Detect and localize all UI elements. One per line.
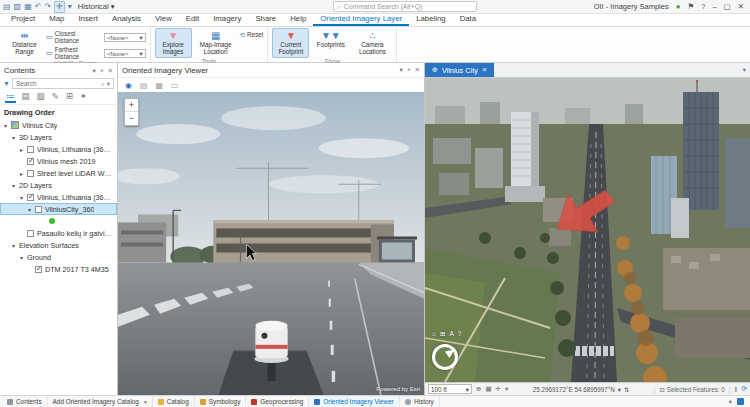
snapping-icon[interactable]: ✛	[496, 385, 501, 393]
ribbon-tab[interactable]: Oriented Imagery Layer	[313, 13, 409, 26]
contents-search-input[interactable]	[16, 80, 99, 87]
tab-snapping[interactable]: ✦	[79, 91, 88, 103]
tab-drawing-order[interactable]: ≔	[5, 91, 16, 103]
tree-item[interactable]: Vilnius, Lithuania (360 Images)	[0, 143, 117, 155]
camera-locations-button[interactable]: ∴ Camera Locations	[352, 28, 392, 58]
ribbon-tab[interactable]: Analysis	[105, 13, 148, 26]
tab-editing[interactable]: ✎	[51, 91, 60, 103]
ribbon-tab[interactable]: Share	[248, 13, 283, 26]
status-bar-item[interactable]: Catalog	[153, 396, 195, 407]
panel-menu-chevron-icon[interactable]: ▾	[93, 67, 96, 75]
ribbon-tab[interactable]: Help	[283, 13, 313, 26]
grid-icon[interactable]: ▦	[485, 385, 491, 393]
tree-item[interactable]: 2D Layers	[0, 179, 117, 191]
layer-checkbox[interactable]	[27, 230, 34, 237]
layer-checkbox[interactable]	[35, 206, 42, 213]
nav-home-icon[interactable]: ⌂	[432, 330, 436, 338]
filter-icon[interactable]: ▼	[3, 80, 10, 87]
tree-item[interactable]	[0, 215, 117, 227]
panel-close-icon[interactable]: ✕	[108, 67, 113, 75]
help-icon[interactable]: ?	[701, 2, 705, 11]
minimize-button[interactable]: –	[712, 2, 716, 11]
tree-item[interactable]: Pasaulio kelių ir gatvių žemėlapis	[0, 227, 117, 239]
layer-checkbox[interactable]	[27, 146, 34, 153]
status-bar-item[interactable]: Contents	[2, 396, 48, 407]
redo-icon[interactable]: ↷	[44, 2, 51, 12]
expander-icon[interactable]	[20, 146, 27, 153]
ribbon-tab[interactable]: Labeling	[409, 13, 452, 26]
layer-checkbox[interactable]	[27, 194, 34, 201]
reset-button[interactable]: ⟲ Reset	[240, 28, 264, 38]
sign-in-status-icon[interactable]: ●	[676, 2, 681, 11]
notifications-icon[interactable]: ⚑	[688, 2, 695, 11]
scene-viewport[interactable]: ⌂ ⊞ A ?	[425, 78, 750, 382]
expander-icon[interactable]	[20, 194, 27, 201]
expander-icon[interactable]	[28, 206, 35, 213]
tab-selection[interactable]: ▧	[36, 91, 46, 103]
tab-vilnius-city[interactable]: ⊕ Vilnius City ✕	[425, 63, 494, 77]
status-bar-item[interactable]: Symbology	[195, 396, 247, 407]
image-enhancement-icon[interactable]: ▤	[140, 81, 148, 90]
overlay-grid-icon[interactable]: ▦	[156, 81, 164, 90]
panel-menu-chevron-icon[interactable]: ▾	[400, 66, 403, 74]
undo-icon[interactable]: ↶	[35, 2, 42, 12]
tree-item[interactable]: Ground	[0, 251, 117, 263]
explore-tool-icon[interactable]: ✛	[54, 1, 65, 13]
explore-images-button[interactable]: ▼ Explore Images	[155, 28, 192, 58]
open-project-icon[interactable]: ▧	[14, 2, 22, 12]
ribbon-tab[interactable]: Insert	[71, 13, 105, 26]
swap-axes-icon[interactable]: ⇅	[624, 386, 629, 393]
panorama-viewport[interactable]: + − Powered by Esri	[118, 92, 424, 395]
status-bar-item[interactable]: Oriented Imagery Viewer	[309, 396, 400, 407]
pause-drawing-icon[interactable]: ‖	[734, 386, 737, 393]
save-project-icon[interactable]: ▦	[24, 2, 32, 12]
nav-label-icon[interactable]: A	[449, 330, 453, 338]
panel-pin-icon[interactable]: ⌖	[100, 67, 104, 75]
tree-item[interactable]: Vilnius, Lithuania (360 Images)	[0, 191, 117, 203]
refresh-icon[interactable]: ⟳	[741, 385, 747, 393]
selected-features[interactable]: ⊡ Selected Features: 0	[659, 386, 724, 393]
expander-icon[interactable]	[12, 134, 19, 141]
zoom-in-button[interactable]: +	[125, 99, 138, 112]
status-bar-item[interactable]: History	[400, 396, 440, 407]
footprints-button[interactable]: ▼▼ Footprints	[312, 28, 349, 51]
tab-labeling[interactable]: ⊞	[65, 91, 74, 103]
qat-customize-chevron-icon[interactable]: ▾	[68, 2, 72, 12]
tree-item[interactable]: VilniusCity_360	[0, 203, 117, 215]
current-footprint-button[interactable]: ▼ Current Footprint	[272, 28, 309, 58]
chevron-down-icon[interactable]: ▾	[729, 398, 732, 406]
scale-select[interactable]: 100 ft ▾	[428, 384, 472, 394]
status-bar-item[interactable]: Add Oriented Imagery Catalog	[48, 396, 153, 407]
explore-sphere-icon[interactable]: ◉	[125, 81, 132, 90]
tree-item[interactable]: DTM 2017 T3 4M35	[0, 263, 117, 275]
coordinates-display[interactable]: 25.2969172°E 54.6895997°N ▾ ⇅	[533, 386, 630, 393]
tree-item[interactable]: Elevation Surfaces	[0, 239, 117, 251]
ribbon-tab[interactable]: View	[148, 13, 179, 26]
compass-navigator[interactable]	[432, 344, 458, 370]
expander-icon[interactable]	[4, 122, 11, 129]
tree-item[interactable]: Vilnius mesh 2019	[0, 155, 117, 167]
tree-item[interactable]: Street level LiDAR WGS84	[0, 167, 117, 179]
search-options-chevron-icon[interactable]: ▾	[107, 80, 110, 88]
layer-checkbox[interactable]	[27, 170, 34, 177]
ribbon-tab[interactable]: Project	[4, 13, 42, 26]
chevron-down-icon[interactable]: ▾	[505, 385, 508, 393]
panel-pin-icon[interactable]: ⌖	[407, 66, 411, 74]
close-icon[interactable]: ✕	[482, 66, 487, 74]
expander-icon[interactable]	[12, 182, 19, 189]
nav-frame-icon[interactable]: ⊞	[440, 330, 445, 338]
expander-icon[interactable]	[20, 170, 27, 177]
command-search-input[interactable]: ⌕ Command Search (Alt+Q)	[333, 1, 477, 12]
closest-distance-select[interactable]: <None> ▾	[104, 33, 146, 42]
ribbon-tab[interactable]: Map	[42, 13, 71, 26]
ribbon-tab[interactable]: Edit	[179, 13, 206, 26]
farthest-distance-select[interactable]: <None> ▾	[104, 49, 146, 58]
distance-range-button[interactable]: ⇹ Distance Range	[6, 28, 43, 58]
panel-close-icon[interactable]: ✕	[415, 66, 420, 74]
zoom-out-button[interactable]: −	[125, 112, 138, 125]
expander-icon[interactable]	[12, 242, 19, 249]
layer-checkbox[interactable]	[27, 158, 34, 165]
ribbon-tab[interactable]: Data	[453, 13, 483, 26]
status-bar-item[interactable]: Geoprocessing	[246, 396, 309, 407]
nav-help-icon[interactable]: ?	[458, 330, 462, 338]
